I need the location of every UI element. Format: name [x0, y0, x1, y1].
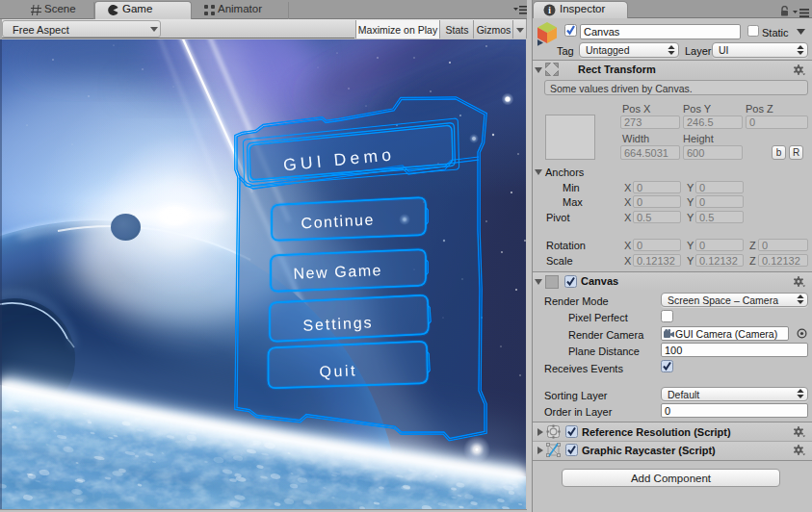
svg-text:i: i	[548, 6, 551, 15]
svg-text:Quit: Quit	[319, 362, 355, 380]
